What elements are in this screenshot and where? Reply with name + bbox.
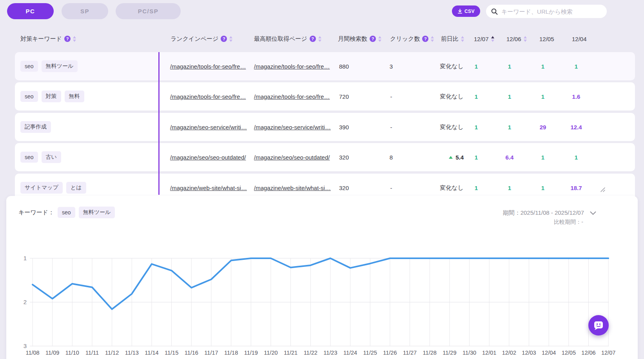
keyword-tags: seo 無料ツール — [20, 52, 78, 80]
keyword-tags: 記事作成 — [20, 113, 51, 141]
seo-rank-tracker-screen: PC SP PC/SP CSV 対策キーワード ? ランクインページ ? 最高順… — [0, 0, 644, 359]
rank-value-12-07: 1 — [460, 52, 493, 80]
device-tab-pc-sp[interactable]: PC/SP — [116, 3, 181, 19]
x-axis-tick-label: 12/01 — [482, 350, 496, 356]
rank-value-12-07: 1 — [460, 82, 493, 111]
rank-in-page-link[interactable]: /magazine/tools-for-seo/fre… — [170, 52, 246, 80]
table-row[interactable]: seo 無料ツール /magazine/tools-for-seo/fre… /… — [15, 52, 635, 80]
sort-toggle[interactable] — [378, 36, 381, 42]
col-header-date-12-06[interactable]: 12/06 — [506, 33, 527, 44]
rank-value-12-05: 1 — [526, 143, 559, 171]
x-axis-tick-label: 11/24 — [343, 350, 357, 356]
help-icon[interactable]: ? — [221, 36, 227, 42]
x-axis-tick-label: 11/20 — [264, 350, 278, 356]
table-row[interactable]: seo 古い /magazine/seo/seo-outdated/ /maga… — [15, 143, 635, 171]
x-axis-tick-label: 11/15 — [165, 350, 178, 356]
col-header-best-rank-page-label: 最高順位取得ページ — [254, 35, 307, 43]
rank-value-12-06: 6.4 — [493, 143, 526, 171]
col-header-monthly-searches-label: 月間検索数 — [338, 35, 367, 43]
chat-support-button[interactable] — [588, 315, 609, 335]
keyword-tag: seo — [20, 91, 38, 102]
x-axis-tick-label: 11/18 — [224, 350, 238, 356]
sort-toggle[interactable] — [524, 36, 527, 42]
help-icon[interactable]: ? — [370, 36, 376, 42]
table-resize-handle[interactable] — [599, 186, 606, 192]
device-tab-sp[interactable]: SP — [62, 3, 108, 19]
day-over-day-value: 変化なし — [426, 113, 464, 141]
x-axis-tick-label: 11/27 — [403, 350, 417, 356]
x-axis-tick-label: 11/30 — [463, 350, 476, 356]
day-over-day-value: 変化なし — [426, 82, 464, 111]
x-axis-tick-label: 11/23 — [323, 350, 337, 356]
rank-value-12-07: 1 — [460, 143, 493, 171]
best-rank-page-link[interactable]: /magazine/tools-for-seo/fre… — [254, 82, 330, 111]
best-rank-page-link[interactable]: /magazine/tools-for-seo/fre… — [254, 52, 330, 80]
table-row[interactable]: 記事作成 /magazine/seo-service/writi… /magaz… — [15, 113, 635, 141]
keyword-tag: 古い — [42, 151, 61, 163]
csv-download-button[interactable]: CSV — [452, 5, 480, 17]
rank-value-12-05: 1 — [526, 52, 559, 80]
x-axis-tick-label: 11/29 — [443, 350, 456, 356]
rank-value-12-05: 1 — [526, 82, 559, 111]
chart-keyword-tag: 無料ツール — [79, 207, 115, 218]
keyword-tag: 記事作成 — [20, 121, 51, 133]
x-axis-tick-label: 11/26 — [383, 350, 397, 356]
x-axis-tick-label: 11/22 — [304, 350, 317, 356]
col-header-date-12-07[interactable]: 12/07 — [474, 33, 494, 44]
col-header-best-rank-page[interactable]: 最高順位取得ページ ? — [254, 33, 321, 44]
x-axis-tick-label: 12/06 — [581, 350, 595, 356]
x-axis-tick-label: 11/16 — [185, 350, 198, 356]
keyword-tags: seo 古い — [20, 143, 61, 171]
chart-keyword-row: キーワード： seo 無料ツール — [18, 207, 115, 218]
help-icon[interactable]: ? — [310, 36, 316, 42]
col-header-keyword[interactable]: 対策キーワード ? — [20, 33, 76, 44]
sort-toggle[interactable] — [229, 36, 232, 42]
device-tab-pc[interactable]: PC — [7, 3, 54, 19]
x-axis-tick-label: 12/02 — [502, 350, 516, 356]
col-header-keyword-label: 対策キーワード — [20, 35, 62, 43]
x-axis-tick-label: 11/08 — [25, 350, 39, 356]
rank-value-12-04: 1 — [560, 143, 593, 171]
clicks-value: - — [374, 113, 409, 141]
search-input[interactable] — [501, 8, 602, 15]
rank-value-12-06: 1 — [493, 82, 526, 111]
table-row[interactable]: seo 対策 無料 /magazine/tools-for-seo/fre… /… — [15, 82, 635, 111]
rank-up-icon — [449, 156, 453, 159]
help-icon[interactable]: ? — [422, 36, 428, 42]
monthly-searches-value: 720 — [339, 82, 349, 111]
keyword-column-divider — [158, 52, 160, 195]
monthly-searches-value: 390 — [339, 113, 349, 141]
period-selector-label[interactable]: 期間：2025/11/08 - 2025/12/07 — [503, 209, 584, 217]
col-header-monthly-searches[interactable]: 月間検索数 ? — [338, 33, 381, 44]
rank-line — [33, 258, 608, 309]
col-header-date-label: 12/06 — [506, 36, 521, 42]
x-axis-tick-label: 11/11 — [85, 350, 99, 356]
best-rank-page-link[interactable]: /magazine/seo/seo-outdated/ — [254, 143, 330, 171]
col-header-rank-in-page-label: ランクインページ — [171, 35, 218, 43]
search-box — [486, 5, 607, 18]
csv-button-label: CSV — [464, 9, 475, 14]
col-header-clicks-label: クリック数 — [390, 35, 420, 43]
sort-toggle[interactable] — [318, 36, 321, 42]
best-rank-page-link[interactable]: /magazine/seo-service/writi… — [254, 113, 331, 141]
rank-in-page-link[interactable]: /magazine/seo/seo-outdated/ — [170, 143, 246, 171]
sort-toggle[interactable] — [73, 36, 76, 42]
col-header-clicks[interactable]: クリック数 ? — [390, 33, 434, 44]
clicks-value: 8 — [374, 143, 409, 171]
rank-in-page-link[interactable]: /magazine/seo-service/writi… — [170, 113, 247, 141]
col-header-day-over-day[interactable]: 前日比 — [441, 33, 464, 44]
col-header-date-12-05[interactable]: 12/05 — [539, 33, 554, 44]
y-axis-tick-label: 3 — [24, 343, 27, 349]
col-header-rank-in-page[interactable]: ランクインページ ? — [171, 33, 232, 44]
x-axis-tick-label: 12/03 — [522, 350, 536, 356]
sort-toggle-active[interactable] — [491, 36, 494, 42]
col-header-date-12-04[interactable]: 12/04 — [572, 33, 587, 44]
help-icon[interactable]: ? — [64, 36, 71, 42]
chevron-down-icon[interactable] — [590, 211, 596, 215]
clicks-value: - — [374, 82, 409, 111]
x-axis-tick-label: 11/14 — [145, 350, 158, 356]
sort-toggle[interactable] — [461, 36, 464, 42]
rank-in-page-link[interactable]: /magazine/tools-for-seo/fre… — [170, 82, 246, 111]
col-header-day-over-day-label: 前日比 — [441, 35, 459, 43]
sort-toggle[interactable] — [431, 36, 434, 42]
